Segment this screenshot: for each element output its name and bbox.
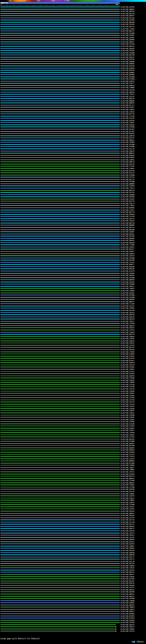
hit-bar[interactable]: [0, 120, 120, 121]
hit-row[interactable]: UniRef100_C8JT91: [0, 305, 146, 307]
hit-label[interactable]: UniRef100_C4C43Z: [121, 96, 134, 98]
hit-label[interactable]: UniRef100_Q2J2S9: [121, 17, 134, 19]
hit-label[interactable]: UniRef100_C3WN44: [121, 565, 134, 567]
hit-label[interactable]: UniRef100_Q12LJ0: [121, 560, 134, 563]
hit-bar[interactable]: [0, 463, 120, 464]
hit-row[interactable]: UniRef100_C2TQZ5: [0, 456, 146, 458]
hit-row[interactable]: UniRef100_A3N0X4: [0, 602, 146, 604]
hit-bar[interactable]: [0, 297, 120, 298]
hit-row[interactable]: UniRef100_Q97XB9: [0, 235, 146, 237]
hit-bar[interactable]: [0, 170, 120, 171]
hit-bar[interactable]: [0, 107, 120, 108]
hit-row[interactable]: UniRef100_Q2J2S9: [0, 17, 146, 19]
hit-label[interactable]: UniRef100_Q1YH64: [121, 578, 134, 580]
hit-bar[interactable]: [0, 295, 120, 296]
hit-label[interactable]: UniRef100_C8NIT8: [121, 340, 134, 342]
hit-label[interactable]: UniRef100_C6AK60: [121, 283, 134, 285]
hit-row[interactable]: UniRef100_B7IW71: [0, 360, 146, 362]
hit-bar[interactable]: [0, 397, 120, 398]
hit-bar[interactable]: [0, 288, 120, 289]
hit-row[interactable]: UniRef100_Q88FQ8: [0, 554, 146, 556]
hit-label[interactable]: UniRef100_C3KU61: [121, 122, 134, 124]
hit-row[interactable]: UniRef100_C4L130: [0, 521, 146, 524]
hit-label[interactable]: UniRef100_A3N0X4: [121, 602, 134, 604]
hit-bar[interactable]: [0, 140, 120, 140]
hit-label[interactable]: UniRef100_A3XY72: [121, 558, 134, 560]
hit-row[interactable]: UniRef100_C3WJ16: [0, 220, 146, 222]
hit-label[interactable]: UniRef100_B2QLH7: [121, 56, 134, 58]
hit-row[interactable]: UniRef100_B1C047: [0, 580, 146, 582]
hit-row[interactable]: UniRef100_Q2C7D4: [0, 563, 146, 565]
hit-label[interactable]: UniRef100_A8W852: [121, 8, 134, 10]
hit-row[interactable]: UniRef100_C2X1T6: [0, 401, 146, 403]
hit-label[interactable]: UniRef100_B4DY58: [121, 314, 134, 316]
hit-label[interactable]: UniRef100_UPI000...: [121, 277, 137, 279]
hit-bar[interactable]: [0, 452, 120, 452]
hit-row[interactable]: UniRef100_C3AWS6: [0, 421, 146, 423]
hit-bar[interactable]: [0, 362, 120, 363]
hit-label[interactable]: UniRef100_C2QQ12: [121, 412, 134, 414]
hit-label[interactable]: UniRef100_C5Q773: [121, 203, 134, 205]
hit-bar[interactable]: [0, 35, 120, 36]
hit-bar[interactable]: [0, 37, 120, 38]
hit-label[interactable]: UniRef100_Q6HQ31: [121, 482, 134, 484]
hit-label[interactable]: UniRef100_C4L2Z0: [121, 216, 134, 218]
hit-row[interactable]: UniRef100_C2PPM8: [0, 414, 146, 416]
hit-row[interactable]: UniRef100_Q1GPU5: [0, 281, 146, 283]
hit-bar[interactable]: [0, 26, 120, 27]
hit-label[interactable]: UniRef100_B9J2T4: [121, 476, 134, 478]
hit-label[interactable]: UniRef100_A3QFX9: [121, 530, 134, 532]
hit-row[interactable]: UniRef100_Q07RD8: [0, 74, 146, 76]
hit-bar[interactable]: [0, 631, 115, 632]
hit-row[interactable]: UniRef100_B2THE9: [0, 617, 146, 619]
hit-row[interactable]: UniRef100_C5TPG2: [0, 329, 146, 331]
hit-bar[interactable]: [0, 312, 120, 313]
hit-bar[interactable]: [0, 196, 120, 197]
hit-bar[interactable]: [0, 253, 120, 254]
hit-row[interactable]: UniRef100_C7IBD6: [0, 244, 146, 246]
hit-label[interactable]: UniRef100_B0S3H3: [121, 526, 134, 528]
hit-bar[interactable]: [0, 441, 120, 442]
hit-row[interactable]: UniRef100_C3D8S6: [0, 353, 146, 355]
hit-label[interactable]: UniRef100_C7BKQ0: [121, 600, 134, 602]
hit-bar[interactable]: [0, 30, 120, 31]
hit-row[interactable]: UniRef100_C6AK60: [0, 283, 146, 285]
hit-label[interactable]: UniRef100_B1L1C1: [121, 104, 134, 106]
hit-bar[interactable]: [0, 201, 120, 202]
hit-row[interactable]: UniRef100_A6KVH0: [0, 242, 146, 244]
hit-bar[interactable]: [0, 52, 120, 53]
hit-bar[interactable]: [0, 566, 120, 566]
hit-row[interactable]: UniRef100_C1I884: [0, 28, 146, 30]
hit-row[interactable]: UniRef100_UPI000...: [0, 294, 146, 296]
hit-label[interactable]: UniRef100_C3EVT9: [121, 364, 134, 366]
hit-bar[interactable]: [0, 412, 120, 413]
hit-label[interactable]: UniRef100_C5VSE3: [121, 198, 134, 200]
hit-bar[interactable]: [0, 598, 120, 599]
hit-label[interactable]: UniRef100_C2YLN6: [121, 386, 134, 388]
hit-label[interactable]: UniRef100_C2PC25: [121, 471, 134, 473]
hit-row[interactable]: UniRef100_A3DCR3: [0, 274, 146, 277]
hit-row[interactable]: UniRef100_C6Q323: [0, 327, 146, 329]
hit-bar[interactable]: [0, 424, 120, 424]
hit-row[interactable]: UniRef100_Q46J66: [0, 266, 146, 268]
hit-bar[interactable]: [0, 282, 120, 282]
hit-bar[interactable]: [0, 203, 120, 204]
hit-bar[interactable]: [0, 548, 120, 548]
hit-bar[interactable]: [0, 144, 120, 145]
hit-row[interactable]: UniRef100_C3H5Q9: [0, 432, 146, 434]
hit-row[interactable]: UniRef100_C3DUM5: [0, 416, 146, 418]
hit-label[interactable]: UniRef100_C59LY7: [121, 82, 134, 84]
hit-row[interactable]: UniRef100_A47E92: [0, 358, 146, 360]
hit-label[interactable]: UniRef100_Q07RD8: [121, 74, 134, 76]
hit-row[interactable]: UniRef100_B1KJJ1: [0, 524, 146, 526]
hit-label[interactable]: UniRef100_A9AIV8: [121, 318, 134, 320]
hit-row[interactable]: UniRef100_C3A1B5: [0, 395, 146, 397]
hit-label[interactable]: UniRef100_B9DKM6: [121, 224, 134, 226]
hit-row[interactable]: UniRef100_A4R5E8: [0, 362, 146, 364]
hit-row[interactable]: UniRef100_B1YVX7: [0, 137, 146, 139]
hit-row[interactable]: UniRef100_B793P6: [0, 50, 146, 52]
hit-bar[interactable]: [0, 443, 120, 444]
hit-bar[interactable]: [0, 616, 120, 616]
hit-bar[interactable]: [0, 304, 120, 304]
hit-row[interactable]: UniRef100_C2SG79: [0, 458, 146, 460]
